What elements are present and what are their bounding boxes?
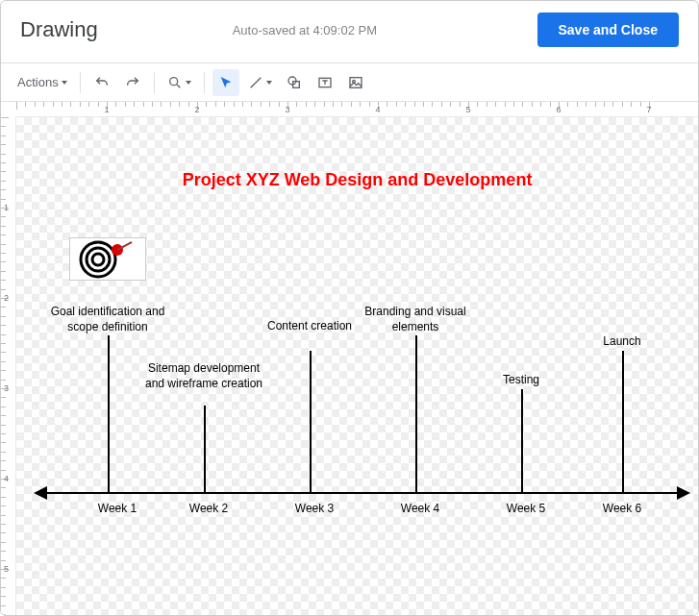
dialog-title: Drawing — [20, 17, 98, 42]
image-icon — [348, 75, 363, 90]
svg-point-12 — [92, 254, 104, 265]
week-label[interactable]: Week 1 — [98, 502, 137, 515]
ruler-vertical: 12345 — [1, 117, 16, 616]
milestone-stem — [415, 335, 417, 492]
ruler-v-number: 1 — [4, 203, 9, 212]
dialog-header: Drawing Auto-saved at 4:09:02 PM Save an… — [1, 1, 698, 63]
svg-rect-8 — [350, 77, 362, 87]
milestone-stem — [521, 389, 523, 492]
milestone-label: Goal identification and scope definition — [45, 305, 170, 334]
ruler-h-number: 4 — [375, 105, 380, 114]
milestone-stem — [204, 406, 206, 492]
caret-down-icon — [62, 81, 67, 85]
milestone-label: Testing — [459, 373, 584, 388]
week-label[interactable]: Week 5 — [507, 502, 545, 515]
drawing-canvas[interactable]: Project XYZ Web Design and Development G… — [16, 117, 698, 616]
ruler-h-number: 5 — [465, 105, 470, 114]
line-tool-button[interactable] — [243, 69, 277, 96]
undo-button[interactable] — [88, 69, 115, 96]
actions-menu-button[interactable]: Actions — [12, 69, 72, 96]
zoom-icon — [167, 75, 183, 90]
week-label[interactable]: Week 3 — [295, 502, 334, 515]
milestone-stem — [108, 335, 110, 492]
milestone-stem — [310, 351, 312, 492]
caret-down-icon — [186, 81, 191, 85]
autosave-status: Auto-saved at 4:09:02 PM — [98, 23, 537, 37]
week-label[interactable]: Week 4 — [401, 502, 439, 515]
ruler-v-number: 5 — [4, 564, 9, 574]
svg-line-1 — [177, 85, 180, 87]
textbox-icon — [317, 75, 333, 90]
ruler-v-number: 4 — [4, 474, 9, 483]
week-label[interactable]: Week 2 — [189, 502, 228, 515]
ruler-h-number: 7 — [646, 105, 651, 114]
actions-label: Actions — [17, 75, 59, 89]
cursor-icon — [218, 75, 234, 90]
timeline-axis[interactable] — [36, 492, 688, 494]
shape-tool-button[interactable] — [281, 69, 308, 96]
caret-down-icon — [266, 81, 272, 85]
undo-icon — [94, 75, 110, 90]
ruler-v-number: 3 — [4, 383, 9, 393]
toolbar: Actions — [1, 63, 698, 102]
zoom-button[interactable] — [162, 69, 196, 96]
svg-point-0 — [169, 77, 177, 85]
dartboard-icon — [74, 240, 141, 279]
week-label[interactable]: Week 6 — [603, 502, 641, 515]
ruler-v-number: 2 — [4, 293, 9, 303]
drawing-heading[interactable]: Project XYZ Web Design and Development — [16, 170, 698, 190]
shape-icon — [287, 75, 302, 90]
milestone-label: Sitemap development and wireframe creati… — [141, 361, 266, 391]
svg-line-2 — [250, 77, 261, 87]
save-and-close-button[interactable]: Save and Close — [537, 12, 680, 47]
workspace: 12345 Project XYZ Web Design and Develop… — [1, 117, 698, 616]
select-tool-button[interactable] — [212, 69, 239, 96]
target-image[interactable] — [69, 237, 146, 281]
ruler-h-number: 3 — [285, 105, 289, 114]
redo-icon — [125, 75, 140, 90]
toolbar-separator — [154, 72, 155, 93]
line-icon — [248, 75, 263, 90]
milestone-label: Launch — [560, 334, 685, 350]
ruler-horizontal: 1234567 — [16, 102, 698, 117]
ruler-h-number: 2 — [194, 105, 199, 114]
ruler-h-number: 1 — [104, 105, 109, 114]
redo-button[interactable] — [119, 69, 146, 96]
image-tool-button[interactable] — [342, 69, 369, 96]
milestone-stem — [622, 351, 624, 492]
textbox-tool-button[interactable] — [312, 69, 338, 96]
ruler-h-number: 6 — [556, 105, 561, 114]
toolbar-separator — [204, 72, 205, 93]
milestone-label: Branding and visual elements — [353, 305, 478, 334]
toolbar-separator — [80, 72, 81, 93]
